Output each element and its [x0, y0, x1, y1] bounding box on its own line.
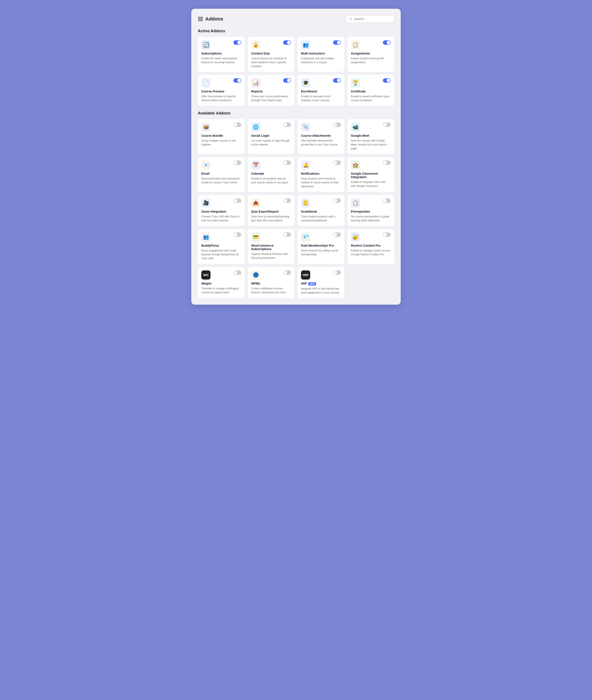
addon-name-certificate: Certificate [351, 90, 391, 93]
toggle-woocommerce-subscriptions[interactable] [283, 233, 291, 237]
card-top-google-classroom: 🏫 [351, 160, 391, 170]
toggle-prerequisites[interactable] [383, 198, 391, 203]
addon-desc-assignments: Assess student learning with assignments… [351, 56, 391, 64]
addon-card-paid-memberships: 💎Paid Memberships ProBoost revenue by se… [298, 229, 344, 264]
section-title-available: Available Addons [198, 111, 394, 115]
toggle-restrict-content[interactable] [383, 233, 391, 237]
card-top-restrict-content: 🔐 [351, 233, 391, 242]
addons-grid-available: 📦Course BundleGroup multiple courses to … [198, 119, 394, 298]
addon-desc-zoom: Connect Tutor LMS with Zoom to host live… [201, 214, 241, 222]
addon-name-gradebook: Gradebook [301, 210, 341, 213]
card-top-zoom: 🎥 [201, 198, 241, 208]
toggle-content-drip[interactable] [283, 40, 291, 45]
addon-desc-weglot: Translate & manage multilingual courses … [201, 287, 241, 294]
addon-name-multi-instructors: Multi Instructors [301, 52, 341, 55]
addon-icon-course-preview: 📄 [201, 78, 210, 88]
card-top-course-attachments: 📎 [301, 122, 341, 132]
toggle-quiz-export[interactable] [283, 198, 291, 203]
addon-card-gradebook: 📒GradebookTrack student progress with a … [298, 195, 344, 226]
addon-name-content-drip: Content Drip [251, 52, 291, 55]
toggle-certificate[interactable] [383, 78, 391, 83]
addon-desc-multi-instructors: Collaborate and add multiple instructors… [301, 56, 341, 64]
section-active: Active Addons🔄SubscriptionsEnable the na… [198, 29, 394, 106]
svg-rect-3 [201, 19, 202, 21]
addon-card-assignments: 📋AssignmentsAssess student learning with… [347, 37, 394, 72]
grid-icon [198, 16, 203, 21]
toggle-paid-memberships[interactable] [333, 233, 341, 237]
addon-card-social-login: 🌐Social LoginLet users register & login … [248, 119, 295, 154]
addon-desc-gradebook: Track student progress with a centralize… [301, 214, 341, 222]
addon-icon-weglot: WG [201, 270, 210, 280]
addon-icon-certificate: 🏆 [351, 78, 360, 88]
toggle-notifications[interactable] [333, 160, 341, 165]
addon-card-quiz-export: 📤Quiz Export/ImportSave time by exportin… [248, 195, 295, 226]
card-top-h5p: H5P [301, 270, 341, 280]
addon-name-h5p: H5PNEW [301, 282, 341, 286]
addon-name-notifications: Notifications [301, 172, 341, 175]
addon-name-wpml: WPML [251, 282, 291, 285]
addon-name-google-classroom: Google Classroom Integration [351, 172, 391, 179]
addon-desc-course-bundle: Group multiple courses to sell together. [201, 139, 241, 147]
addon-desc-woocommerce-subscriptions: Capture Residual Revenue with Recurring … [251, 252, 291, 260]
addon-name-reports: Reports [251, 90, 291, 93]
addon-name-calendar: Calendar [251, 172, 291, 175]
addon-card-google-meet: 📹Google MeetHost live classes with Googl… [347, 119, 394, 154]
toggle-google-classroom[interactable] [383, 160, 391, 165]
addon-desc-subscriptions: Enable the native subscriptions feature … [201, 56, 241, 64]
toggle-course-preview[interactable] [233, 78, 241, 83]
addon-card-notifications: 🔔NotificationsKeep students and instruct… [298, 157, 344, 192]
addon-name-paid-memberships: Paid Memberships Pro [301, 244, 341, 247]
toggle-assignments[interactable] [383, 40, 391, 45]
toggle-course-attachments[interactable] [333, 122, 341, 127]
section-available: Available Addons📦Course BundleGroup mult… [198, 111, 394, 298]
card-top-multi-instructors: 👥 [301, 40, 341, 50]
toggle-weglot[interactable] [233, 270, 241, 275]
addon-name-quiz-export: Quiz Export/Import [251, 210, 291, 213]
toggle-subscriptions[interactable] [233, 40, 241, 45]
toggle-gradebook[interactable] [333, 198, 341, 203]
toggle-enrollment[interactable] [333, 78, 341, 83]
addon-icon-zoom: 🎥 [201, 198, 210, 208]
addon-name-subscriptions: Subscriptions [201, 52, 241, 55]
card-top-enrollment: 🎓 [301, 78, 341, 88]
toggle-calendar[interactable] [283, 160, 291, 165]
addon-card-woocommerce-subscriptions: 💳WooCommerce SubscriptionsCapture Residu… [248, 229, 295, 264]
addon-icon-subscriptions: 🔄 [201, 40, 210, 50]
addon-card-buddypress: 👥BuddyPressBoost engagement with social … [198, 229, 245, 264]
addon-icon-google-meet: 📹 [351, 122, 360, 132]
card-top-wpml: 🔵 [251, 270, 291, 280]
card-top-quiz-export: 📤 [251, 198, 291, 208]
card-top-paid-memberships: 💎 [301, 233, 341, 242]
addon-desc-notifications: Keep students and instructors notified o… [301, 177, 341, 188]
toggle-google-meet[interactable] [383, 122, 391, 127]
toggle-course-bundle[interactable] [233, 122, 241, 127]
addon-card-calendar: 📅CalendarEnable to let students view all… [248, 157, 295, 192]
toggle-buddypress[interactable] [233, 233, 241, 237]
page-header: Addons [198, 15, 394, 23]
addon-icon-course-bundle: 📦 [201, 122, 210, 132]
addon-name-course-preview: Course Preview [201, 90, 241, 93]
addon-name-weglot: Weglot [201, 282, 241, 285]
toggle-reports[interactable] [283, 78, 291, 83]
search-box[interactable] [346, 15, 394, 23]
addon-card-content-drip: 🔒Content DripUnlock lessons by schedule … [248, 37, 295, 72]
addons-container: Addons Active Addons🔄SubscriptionsEnable… [191, 9, 401, 305]
addon-card-google-classroom: 🏫Google Classroom IntegrationEnable to i… [347, 157, 394, 192]
addon-icon-content-drip: 🔒 [251, 40, 260, 50]
toggle-social-login[interactable] [283, 122, 291, 127]
addon-card-zoom: 🎥Zoom IntegrationConnect Tutor LMS with … [198, 195, 245, 226]
addon-name-zoom: Zoom Integration [201, 210, 241, 213]
search-input[interactable] [354, 17, 391, 21]
toggle-zoom[interactable] [233, 198, 241, 203]
addon-desc-google-meet: Host live classes with Google Meet, dire… [351, 139, 391, 150]
toggle-email[interactable] [233, 160, 241, 165]
addon-icon-restrict-content: 🔐 [351, 233, 360, 242]
svg-rect-1 [201, 17, 202, 18]
toggle-wpml[interactable] [283, 270, 291, 275]
addon-card-course-preview: 📄Course PreviewOffer free previews of sp… [198, 75, 245, 106]
toggle-multi-instructors[interactable] [333, 40, 341, 45]
section-title-active: Active Addons [198, 29, 394, 33]
toggle-h5p[interactable] [333, 270, 341, 275]
card-top-content-drip: 🔒 [251, 40, 291, 50]
addon-desc-course-attachments: Add unlimited attachments/ private files… [301, 139, 341, 147]
